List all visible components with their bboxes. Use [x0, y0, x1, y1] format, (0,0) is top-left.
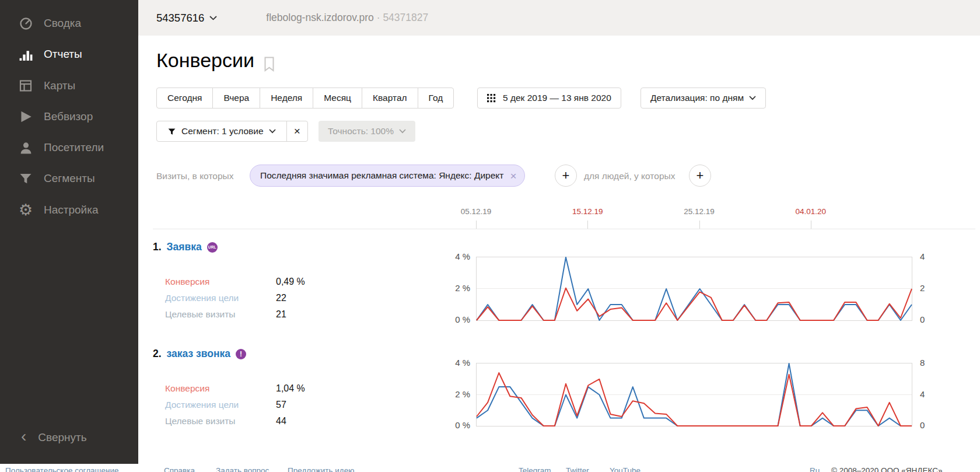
segment-clear-button[interactable]: ×: [286, 121, 307, 141]
footer-copyright: © 2008–2020 ООО «ЯНДЕКС»: [831, 466, 942, 472]
period-button-2[interactable]: Неделя: [260, 88, 313, 108]
play-icon: [18, 109, 34, 125]
goal-2-title: 2. заказ звонка !: [153, 348, 246, 360]
sidebar-item-vebvizor[interactable]: Вебвизор: [0, 104, 138, 130]
line-chart: [477, 257, 912, 320]
goal-1-metrics: Конверсия 0,49 % Достижения цели 22 Целе…: [165, 277, 305, 320]
metric-label[interactable]: Достижения цели: [165, 293, 276, 303]
goal-number: 2.: [153, 348, 162, 360]
add-visit-condition-button[interactable]: +: [555, 165, 577, 187]
y-axis-left-label: 4 %: [420, 251, 470, 262]
period-button-0[interactable]: Сегодня: [157, 88, 212, 108]
footer-social-link[interactable]: Telegram: [519, 466, 551, 472]
footer-link[interactable]: Справка: [164, 466, 195, 472]
goal-name-link[interactable]: заказ звонка: [167, 348, 230, 360]
footer: Пользовательское соглашениеСправкаЗадать…: [0, 464, 980, 472]
accuracy-button[interactable]: Точность: 100%: [318, 121, 415, 142]
y-axis-left-label: 2 %: [420, 283, 470, 293]
footer-link[interactable]: Предложить идею: [288, 466, 354, 472]
sidebar-item-label: Карты: [44, 79, 75, 92]
goal-name-link[interactable]: Заявка: [167, 241, 202, 253]
segment-button[interactable]: Сегмент: 1 условие: [157, 121, 286, 141]
sidebar-collapse-button[interactable]: ‹ Свернуть: [0, 425, 138, 450]
chevron-down-icon: [399, 129, 406, 134]
sidebar-collapse-label: Свернуть: [38, 431, 86, 444]
metric-label[interactable]: Конверсия: [165, 383, 276, 394]
metric-label[interactable]: Целевые визиты: [165, 309, 276, 320]
metric-label[interactable]: Конверсия: [165, 277, 276, 287]
site-info: flebolog-nsk.izdorov.pro · 54371827: [266, 12, 428, 24]
segment-condition-chip[interactable]: Последняя значимая рекламная система: Ян…: [250, 165, 525, 187]
sidebar-item-label: Отчеты: [44, 48, 82, 61]
metric-label[interactable]: Достижения цели: [165, 400, 276, 410]
goal-url-badge-icon: URL: [207, 242, 218, 253]
metric-label[interactable]: Целевые визиты: [165, 416, 276, 426]
y-axis-right-label: 4: [920, 389, 943, 400]
metric-value: 1,04 %: [276, 383, 305, 394]
sidebar-item-karty[interactable]: Карты: [0, 73, 138, 99]
period-button-5[interactable]: Год: [418, 88, 454, 108]
footer-social-link[interactable]: Twitter: [566, 466, 589, 472]
y-axis-right-label: 8: [920, 358, 943, 368]
period-button-3[interactable]: Месяц: [313, 88, 362, 108]
bookmark-icon[interactable]: [264, 57, 275, 74]
sidebar-item-svodka[interactable]: Сводка: [0, 11, 138, 36]
x-axis-date-label: 05.12.19: [452, 207, 501, 216]
sidebar: ‹ Свернуть СводкаОтчетыКартыВебвизорПосе…: [0, 0, 138, 464]
period-button-4[interactable]: Квартал: [362, 88, 418, 108]
sidebar-item-label: Сводка: [44, 17, 81, 30]
x-axis-tick: [587, 221, 588, 229]
metric-value: 57: [276, 400, 305, 410]
y-axis-right-label: 2: [920, 283, 943, 293]
sidebar-item-posetiteli[interactable]: Посетители: [0, 135, 138, 160]
footer-language[interactable]: Ru: [810, 466, 820, 472]
accuracy-label: Точность: 100%: [328, 126, 394, 137]
y-axis-left-label: 0 %: [420, 314, 470, 325]
chevron-down-icon: [749, 96, 756, 100]
footer-link[interactable]: Задать вопрос: [216, 466, 269, 472]
speedometer-icon: [18, 15, 34, 32]
sidebar-item-nastroyka[interactable]: ⚙Настройка: [0, 197, 138, 223]
separator-dot: ·: [377, 12, 380, 23]
calendar-icon: [487, 94, 496, 103]
person-icon: [18, 139, 34, 156]
visits-filter-label: Визиты, в которых: [156, 171, 233, 181]
people-filter-label: для людей, у которых: [584, 171, 675, 181]
x-axis-tick: [476, 221, 477, 229]
page-title: Конверсии: [156, 49, 254, 72]
counter-selector[interactable]: 54357616: [156, 12, 217, 25]
period-button-group: СегодняВчераНеделяМесяцКварталГод: [156, 88, 454, 109]
x-axis-date-label: 25.12.19: [675, 207, 724, 216]
x-axis-tick: [811, 221, 811, 229]
counter-id: 54357616: [156, 12, 204, 25]
sidebar-item-segmenty[interactable]: Сегменты: [0, 166, 138, 191]
add-people-condition-button[interactable]: +: [689, 165, 711, 187]
funnel-icon: [18, 170, 34, 187]
chip-remove-icon[interactable]: ×: [510, 170, 516, 181]
layout-icon: [18, 78, 34, 94]
detalization-button[interactable]: Детализация: по дням: [640, 88, 766, 109]
y-axis-right-label: 0: [920, 420, 943, 431]
chevron-down-icon: [269, 129, 276, 134]
chevron-left-icon: ‹: [21, 431, 26, 442]
segment-button-group: Сегмент: 1 условие ×: [156, 121, 308, 142]
sidebar-item-otchety[interactable]: Отчеты: [0, 41, 138, 67]
metric-value: 22: [276, 293, 305, 303]
period-button-1[interactable]: Вчера: [212, 88, 260, 108]
footer-social-link[interactable]: YouTube: [610, 466, 640, 472]
series-goal-reaches: [477, 257, 912, 320]
sidebar-item-label: Настройка: [44, 204, 99, 216]
y-axis-left-label: 0 %: [420, 420, 470, 431]
secondary-counter-id: 54371827: [383, 12, 428, 23]
chip-label: Последняя значимая рекламная система: Ян…: [260, 170, 503, 181]
plus-icon: +: [696, 168, 704, 183]
close-icon: ×: [294, 125, 300, 138]
footer-link[interactable]: Пользовательское соглашение: [5, 466, 118, 472]
funnel-icon: [167, 127, 176, 136]
date-range-button[interactable]: 5 дек 2019 — 13 янв 2020: [477, 88, 621, 109]
y-axis-left-label: 4 %: [420, 358, 470, 368]
sidebar-item-label: Посетители: [44, 141, 104, 154]
y-axis-left-label: 2 %: [420, 389, 470, 400]
bar-chart-icon: [18, 46, 34, 62]
sidebar-item-label: Сегменты: [44, 172, 95, 185]
